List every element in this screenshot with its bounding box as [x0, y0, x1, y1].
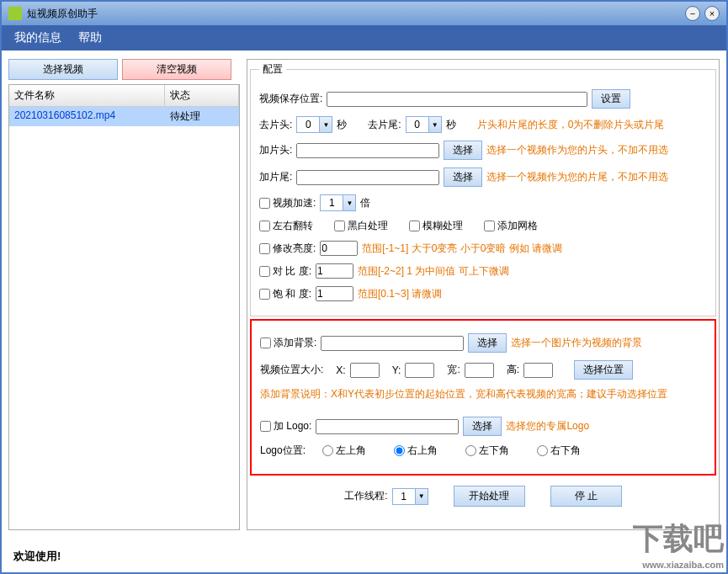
menubar: 我的信息 帮助 — [2, 25, 726, 50]
h-label: 高: — [507, 363, 519, 377]
set-path-button[interactable]: 设置 — [592, 89, 630, 109]
logo-pos-label: Logo位置: — [260, 444, 306, 458]
y-input[interactable] — [405, 363, 434, 378]
add-bg-checkbox[interactable]: 添加背景: — [260, 336, 316, 350]
brightness-checkbox[interactable]: 修改亮度: — [259, 242, 316, 256]
col-status: 状态 — [165, 85, 239, 106]
add-logo-select-button[interactable]: 选择 — [463, 417, 502, 436]
w-label: 宽: — [447, 363, 460, 377]
add-tail-input[interactable] — [296, 170, 439, 185]
chevron-down-icon[interactable]: ▼ — [343, 195, 355, 210]
file-row[interactable]: 20210316085102.mp4 待处理 — [9, 107, 239, 126]
add-head-label: 加片头: — [259, 143, 292, 157]
blur-checkbox[interactable]: 模糊处理 — [409, 219, 463, 233]
file-status-cell: 待处理 — [165, 107, 239, 126]
save-path-label: 视频保存位置: — [259, 92, 322, 106]
add-head-hint: 选择一个视频作为您的片头，不加不用选 — [486, 143, 668, 157]
menu-help[interactable]: 帮助 — [78, 30, 102, 45]
y-label: Y: — [392, 364, 401, 376]
add-logo-input[interactable] — [316, 419, 459, 434]
h-input[interactable] — [523, 363, 553, 378]
watermark: 下载吧 www.xiazaiba.com — [633, 518, 724, 570]
select-position-button[interactable]: 选择位置 — [574, 360, 633, 380]
grid-checkbox[interactable]: 添加网格 — [484, 219, 538, 233]
add-tail-hint: 选择一个视频作为您的片尾，不加不用选 — [486, 170, 668, 184]
minimize-button[interactable]: − — [685, 6, 700, 21]
chevron-down-icon[interactable]: ▼ — [415, 489, 428, 504]
radio-top-left[interactable]: 左上角 — [322, 444, 366, 458]
add-head-input[interactable] — [296, 143, 439, 158]
speed-unit: 倍 — [360, 196, 370, 210]
watermark-sub: www.xiazaiba.com — [633, 560, 724, 570]
chevron-down-icon[interactable]: ▼ — [428, 117, 441, 132]
saturate-checkbox[interactable]: 饱 和 度: — [259, 287, 311, 301]
content: 选择视频 清空视频 文件名称 状态 20210316085102.mp4 待处理… — [2, 50, 726, 539]
contrast-input[interactable] — [316, 263, 353, 279]
saturate-input[interactable] — [316, 286, 353, 301]
pos-size-label: 视频位置大小: — [260, 363, 323, 377]
left-panel: 选择视频 清空视频 文件名称 状态 20210316085102.mp4 待处理 — [8, 59, 240, 530]
brightness-input[interactable] — [320, 241, 358, 256]
x-label: X: — [336, 364, 345, 376]
col-filename: 文件名称 — [9, 85, 165, 106]
config-legend: 配置 — [259, 62, 286, 77]
app-window: 短视频原创助手 − × 我的信息 帮助 选择视频 清空视频 文件名称 状态 20… — [0, 0, 728, 574]
select-video-button[interactable]: 选择视频 — [8, 59, 118, 80]
radio-top-right[interactable]: 右上角 — [394, 444, 438, 458]
add-logo-hint: 选择您的专属Logo — [506, 419, 589, 433]
file-table-header: 文件名称 状态 — [9, 85, 239, 107]
add-tail-select-button[interactable]: 选择 — [444, 167, 482, 187]
add-bg-input[interactable] — [321, 336, 464, 351]
add-head-select-button[interactable]: 选择 — [444, 141, 482, 160]
right-panel: 配置 视频保存位置: 设置 去片头: ▼ 秒 去片尾: ▼ 秒 片头和片尾的长度… — [247, 59, 720, 530]
threads-label: 工作线程: — [344, 489, 387, 503]
cut-tail-label: 去片尾: — [368, 118, 401, 132]
threads-spinner[interactable]: ▼ — [392, 488, 428, 505]
add-bg-hint: 选择一个图片作为视频的背景 — [511, 336, 642, 350]
contrast-checkbox[interactable]: 对 比 度: — [259, 264, 311, 279]
radio-bottom-right[interactable]: 右下角 — [537, 444, 581, 458]
w-input[interactable] — [465, 363, 494, 378]
radio-bottom-left[interactable]: 左下角 — [465, 444, 509, 458]
chevron-down-icon[interactable]: ▼ — [319, 117, 332, 132]
save-path-input[interactable] — [327, 92, 587, 107]
cut-hint: 片头和片尾的长度，0为不删除片头或片尾 — [477, 118, 665, 132]
config-fieldset: 配置 视频保存位置: 设置 去片头: ▼ 秒 去片尾: ▼ 秒 片头和片尾的长度… — [250, 62, 716, 316]
cut-head-label: 去片头: — [259, 118, 292, 132]
bg-note: 添加背景说明：X和Y代表初步位置的起始位置，宽和高代表视频的宽高；建议手动选择位… — [260, 387, 667, 401]
stop-button[interactable]: 停 止 — [550, 486, 622, 507]
x-input[interactable] — [350, 363, 380, 378]
contrast-hint: 范围[-2~2] 1 为中间值 可上下微调 — [358, 264, 509, 279]
file-name-cell: 20210316085102.mp4 — [9, 107, 165, 126]
background-section: 添加背景: 选择 选择一个图片作为视频的背景 视频位置大小: X: Y: 宽: — [250, 319, 716, 476]
speed-checkbox[interactable]: 视频加速: — [259, 196, 316, 210]
saturate-hint: 范围[0.1~3] 请微调 — [358, 287, 442, 301]
clear-video-button[interactable]: 清空视频 — [122, 59, 231, 80]
brightness-hint: 范围[-1~1] 大于0变亮 小于0变暗 例如 请微调 — [362, 242, 562, 256]
file-table: 文件名称 状态 20210316085102.mp4 待处理 — [8, 84, 240, 530]
add-logo-checkbox[interactable]: 加 Logo: — [260, 419, 311, 433]
flip-checkbox[interactable]: 左右翻转 — [259, 219, 313, 233]
bw-checkbox[interactable]: 黑白处理 — [334, 219, 388, 233]
watermark-main: 下载吧 — [633, 521, 724, 555]
close-button[interactable]: × — [704, 6, 720, 21]
cut-head-spinner[interactable]: ▼ — [296, 116, 332, 133]
app-title: 短视频原创助手 — [27, 7, 681, 21]
app-icon — [8, 7, 22, 20]
speed-spinner[interactable]: ▼ — [320, 194, 356, 211]
start-button[interactable]: 开始处理 — [454, 486, 525, 507]
titlebar: 短视频原创助手 − × — [2, 2, 726, 25]
add-tail-label: 加片尾: — [259, 170, 292, 184]
add-bg-select-button[interactable]: 选择 — [468, 333, 507, 353]
sec-label: 秒 — [446, 118, 456, 132]
sec-label: 秒 — [337, 118, 347, 132]
menu-my-info[interactable]: 我的信息 — [14, 30, 61, 45]
cut-tail-spinner[interactable]: ▼ — [406, 116, 442, 133]
footer-text: 欢迎使用! — [13, 549, 61, 564]
